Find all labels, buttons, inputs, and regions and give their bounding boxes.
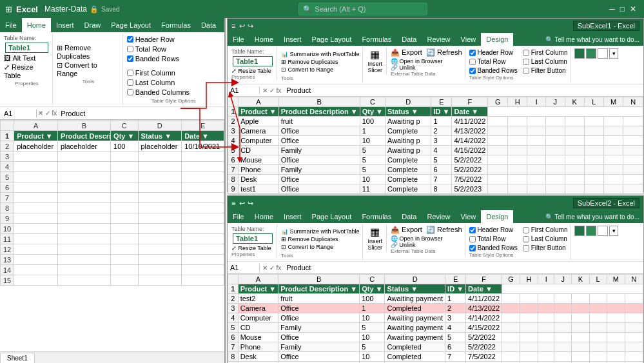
sub2-cell-r8c1[interactable]: Office	[278, 352, 360, 362]
tab-data[interactable]: Data	[196, 18, 221, 32]
sub2-style-2[interactable]	[586, 226, 596, 236]
sub2-col-i[interactable]: I	[538, 275, 554, 284]
sub2-cell-r7c4[interactable]: 6	[445, 342, 466, 352]
sub1-cell-r6c5[interactable]: 5/2/2022	[452, 155, 488, 165]
sub2-col-l[interactable]: L	[589, 275, 607, 284]
sub2-redo-icon[interactable]: ↪	[248, 199, 253, 208]
sub1-cell-r2c1[interactable]: fruit	[278, 117, 360, 126]
resize-table-btn[interactable]: ⤢ Resize Table	[4, 63, 50, 79]
sub1-slicer-label[interactable]: InsertSlicer	[368, 61, 383, 74]
sub2-cell-r6c4[interactable]: 5	[445, 333, 466, 342]
sub2-cell-r3c5[interactable]: 4/13/2022	[466, 304, 502, 313]
banded-rows-check[interactable]: Banded Rows	[127, 54, 180, 63]
sub1-cell-r3c5[interactable]: 4/13/2022	[452, 126, 488, 136]
sub2-tab-design[interactable]: Design	[481, 210, 513, 223]
sub2-unlink-btn[interactable]: 🔗 Unlink	[391, 242, 462, 248]
sub1-cell-r9c4[interactable]: 8	[431, 184, 452, 194]
sub2-cell-r2c0[interactable]: test2	[238, 294, 278, 304]
sub1-col-b[interactable]: B	[278, 97, 360, 107]
sub1-cell-r4c3[interactable]: Awaiting p	[385, 136, 431, 146]
sub2-tab-formulas[interactable]: Formulas	[356, 210, 396, 223]
sub2-open-browser-btn[interactable]: 🌐 Open in Browser	[391, 235, 462, 242]
last-column-check[interactable]: Last Column	[127, 78, 190, 87]
sub1-cell-r9c0[interactable]: test1	[239, 184, 279, 194]
sub2-h-date[interactable]: Date ▼	[466, 284, 502, 294]
sub2-cell-r7c1[interactable]: Family	[278, 342, 360, 352]
sub2-refresh-btn[interactable]: 🔄 Refresh	[426, 226, 462, 234]
left-cell-ref[interactable]: A1	[1, 110, 37, 117]
sub2-h-qty[interactable]: Qty ▼	[360, 284, 385, 294]
cell-e2[interactable]: 10/10/2021	[182, 141, 224, 152]
cell-d2[interactable]: placeholder	[138, 141, 182, 152]
col-c-header[interactable]: C	[111, 121, 138, 131]
sub2-total-row[interactable]: Total Row	[469, 235, 518, 243]
sub2-h-status[interactable]: Status ▼	[385, 284, 445, 294]
header-row-check[interactable]: Header Row	[127, 35, 180, 44]
sheet1-tab[interactable]: Sheet1	[0, 353, 35, 363]
minimize-icon[interactable]: ─	[609, 5, 615, 14]
sub1-first-col[interactable]: First Column	[523, 48, 568, 57]
sub1-col-m[interactable]: M	[603, 97, 623, 107]
header-status[interactable]: Status ▼	[138, 131, 182, 141]
sub1-cell-r2c0[interactable]: Apple	[239, 117, 279, 126]
sub2-col-n[interactable]: N	[625, 275, 643, 284]
sub1-cell-r5c3[interactable]: Awaiting p	[385, 146, 431, 155]
sub2-cell-r3c2[interactable]: 1	[360, 304, 385, 313]
sub1-cell-r5c2[interactable]: 5	[360, 146, 385, 155]
sub2-cell-r4c1[interactable]: Office	[278, 313, 360, 323]
tab-file[interactable]: File	[0, 18, 22, 32]
sub1-cell-r8c1[interactable]: Office	[278, 175, 360, 184]
sub1-export-btn[interactable]: 📤 Export	[391, 48, 422, 57]
banded-columns-check[interactable]: Banded Columns	[127, 88, 190, 97]
sub1-cell-r3c0[interactable]: Camera	[239, 126, 279, 136]
sub2-cell-r2c2[interactable]: 100	[360, 294, 385, 304]
sub2-banded-rows[interactable]: Banded Rows	[469, 244, 518, 252]
header-date[interactable]: Date ▼	[182, 131, 224, 141]
sub1-tab-review[interactable]: Review	[422, 33, 455, 46]
sub1-tab-page-layout[interactable]: Page Layout	[307, 33, 357, 46]
sub1-tab-formulas[interactable]: Formulas	[356, 33, 396, 46]
col-a-header[interactable]: A	[14, 121, 58, 131]
sub1-cell-r5c0[interactable]: CD	[239, 146, 279, 155]
sub1-cell-r8c0[interactable]: Desk	[239, 175, 279, 184]
sub1-cell-r3c3[interactable]: Complete	[385, 126, 431, 136]
sub2-col-d[interactable]: D	[385, 275, 445, 284]
sub2-cell-r3c0[interactable]: Camera	[238, 304, 278, 313]
sub2-cell-r8c4[interactable]: 7	[445, 352, 466, 362]
col-d-header[interactable]: D	[138, 121, 182, 131]
sub1-cell-r8c4[interactable]: 7	[431, 175, 452, 184]
sub2-cell-r8c3[interactable]: Completed	[385, 352, 445, 362]
tab-insert[interactable]: Insert	[51, 18, 79, 32]
sub1-cell-r4c4[interactable]: 3	[431, 136, 452, 146]
sub2-resize-table-btn[interactable]: ⤢ Resize Table	[231, 245, 274, 251]
convert-to-range-btn[interactable]: ⊡ Convert to Range	[57, 61, 120, 77]
sub2-col-e[interactable]: E	[445, 275, 466, 284]
sub1-cell-r9c2[interactable]: 11	[360, 184, 385, 194]
cell-a2[interactable]: placeholder	[14, 141, 58, 152]
col-b-header[interactable]: B	[57, 121, 110, 131]
sub2-col-h[interactable]: H	[520, 275, 538, 284]
sub2-cell-r3c3[interactable]: Completed	[385, 304, 445, 313]
sub1-cell-r3c2[interactable]: 1	[360, 126, 385, 136]
sub2-col-k[interactable]: K	[572, 275, 590, 284]
col-e-header[interactable]: E	[182, 121, 224, 131]
sub2-cell-r4c5[interactable]: 4/14/2022	[466, 313, 502, 323]
sub1-cell-r7c3[interactable]: Complete	[385, 165, 431, 175]
sub2-col-j[interactable]: J	[554, 275, 572, 284]
sub1-h-date[interactable]: Date ▼	[452, 107, 488, 117]
sub2-header-row[interactable]: Header Row	[469, 226, 518, 234]
sub1-cell-r7c2[interactable]: 5	[360, 165, 385, 175]
sub1-cell-r4c2[interactable]: 10	[360, 136, 385, 146]
sub1-col-g[interactable]: G	[488, 97, 508, 107]
sub1-cell-r4c5[interactable]: 4/14/2022	[452, 136, 488, 146]
sub1-col-l[interactable]: L	[584, 97, 603, 107]
sub2-tab-data[interactable]: Data	[396, 210, 422, 223]
sub1-h-product[interactable]: Product ▼	[239, 107, 279, 117]
first-column-check[interactable]: First Column	[127, 68, 190, 77]
tab-draw[interactable]: Draw	[79, 18, 106, 32]
sub2-cell-r7c5[interactable]: 5/2/2022	[466, 342, 502, 352]
sub2-cell-r4c0[interactable]: Computer	[238, 313, 278, 323]
sub2-tab-insert[interactable]: Insert	[278, 210, 307, 223]
sub1-tab-design[interactable]: Design	[481, 33, 513, 46]
sub1-convert-btn[interactable]: ⊡ Convert to Range	[281, 66, 360, 73]
